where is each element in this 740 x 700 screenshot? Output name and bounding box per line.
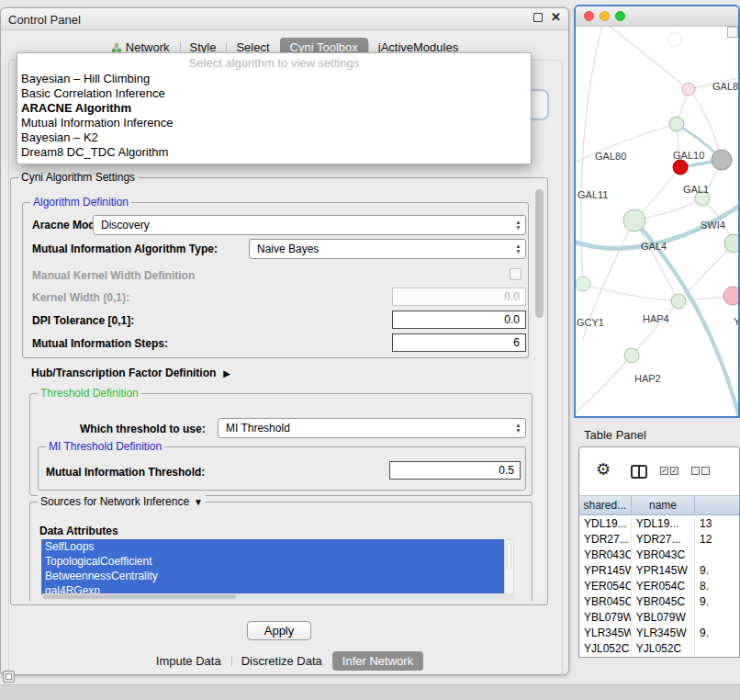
settings-scrollbar[interactable]: [533, 184, 545, 599]
hub-definition-expander[interactable]: Hub/Transcription Factor Definition▶: [31, 364, 230, 378]
table-row[interactable]: YPR145WYPR145W9.: [579, 563, 739, 579]
node-left-green[interactable]: [576, 277, 590, 291]
network-icon: [111, 42, 122, 53]
cell: 13: [695, 516, 739, 532]
popup-placeholder: Select algorithm to view settings: [17, 53, 531, 72]
unselect-all-columns-icon[interactable]: [691, 467, 710, 475]
gear-icon[interactable]: ⚙: [596, 460, 611, 479]
apply-button[interactable]: Apply: [247, 621, 311, 640]
attribute-item[interactable]: SelfLoops: [41, 539, 504, 554]
mi-threshold-label: Mutual Information Threshold:: [46, 466, 205, 479]
manual-kernel-label: Manual Kernel Width Definition: [32, 269, 195, 282]
algorithm-option[interactable]: Dream8 DC_TDC Algorithm: [17, 145, 531, 160]
tab-infer-network[interactable]: Infer Network: [332, 651, 423, 671]
close-traffic-light[interactable]: [584, 11, 594, 21]
mi-type-select[interactable]: Naive Bayes ▲▼: [249, 239, 526, 259]
attribute-item[interactable]: BetweennessCentrality: [41, 569, 504, 583]
mi-threshold-field[interactable]: 0.5: [389, 461, 521, 480]
node-label: GAL1: [683, 184, 709, 195]
attribute-list-scrollbar[interactable]: [504, 539, 514, 598]
float-window-icon[interactable]: [533, 13, 543, 22]
mi-steps-field[interactable]: 6: [392, 333, 526, 352]
control-panel-titlebar[interactable]: Control Panel ✕: [1, 8, 568, 30]
mi-threshold-group-title: MI Threshold Definition: [46, 440, 164, 453]
table-panel-window: ⚙ ✓ ✓ shared... name YDL19...YDL19...13 …: [578, 446, 740, 658]
column-header-shared-name[interactable]: shared...: [579, 496, 632, 514]
network-view-window: GAL8 GAL80 GAL10 GAL11 GAL1 SWI4 GAL4 GC…: [574, 5, 740, 418]
node-top-green[interactable]: [669, 117, 684, 131]
select-all-columns-icon[interactable]: ✓ ✓: [660, 467, 678, 475]
algorithm-option[interactable]: Mutual Information Inference: [17, 116, 531, 130]
node-gray-large[interactable]: [712, 150, 732, 170]
algorithm-dropdown-popup: Select algorithm to view settings Bayesi…: [17, 52, 532, 164]
settings-group-title: Cyni Algorithm Settings: [18, 171, 138, 184]
cell: YER054C: [579, 579, 632, 594]
which-threshold-label: Which threshold to use:: [80, 423, 206, 435]
minimize-traffic-light[interactable]: [600, 11, 610, 21]
network-titlebar[interactable]: [576, 6, 738, 27]
aracne-mode-value: Discovery: [94, 219, 511, 231]
algorithm-option[interactable]: Bayesian – Hill Climbing: [17, 72, 531, 86]
node-hap4[interactable]: [671, 294, 686, 309]
node-label: HAP2: [634, 373, 661, 384]
node-gal4[interactable]: [623, 209, 645, 231]
algorithm-option[interactable]: Bayesian – K2: [17, 130, 531, 145]
node-hap2[interactable]: [624, 348, 639, 363]
attribute-item[interactable]: TopologicalCoefficient: [41, 554, 504, 569]
table-row[interactable]: YBR043CYBR043C: [579, 548, 739, 563]
kernel-width-field[interactable]: 0.0: [392, 288, 526, 306]
cyni-algorithm-settings-group: Cyni Algorithm Settings Algorithm Defini…: [10, 177, 548, 605]
attribute-list-hscrollbar[interactable]: [41, 593, 514, 600]
cell: 12: [695, 532, 739, 548]
data-attributes-label: Data Attributes: [39, 525, 118, 537]
cell: YDL19...: [579, 516, 632, 532]
cell: YDL19...: [632, 516, 695, 532]
column-header-cut[interactable]: [695, 496, 739, 514]
table-body: YDL19...YDL19...13 YDR27...YDR27...12 YB…: [579, 516, 739, 657]
cell: YLR345W: [632, 626, 695, 641]
column-header-name[interactable]: name: [632, 496, 695, 514]
cell: YLR345W: [579, 626, 632, 641]
table-row[interactable]: YBL079WYBL079W: [579, 610, 739, 626]
columns-icon[interactable]: [631, 465, 647, 479]
tab-discretize-data[interactable]: Discretize Data: [231, 651, 332, 671]
node-top-pink[interactable]: [682, 83, 695, 96]
cell: YBL079W: [632, 610, 695, 626]
threshold-definition-group: Threshold Definition Which threshold to …: [29, 393, 533, 496]
table-header-row: shared... name: [579, 495, 739, 515]
bottom-dock-strip: [0, 684, 740, 700]
algorithm-definition-title: Algorithm Definition: [30, 196, 131, 209]
table-row[interactable]: YER054CYER054C8.: [579, 579, 739, 594]
table-row[interactable]: YJL052CYJL052C: [579, 641, 739, 657]
collapse-arrow-icon[interactable]: ▼: [194, 497, 203, 507]
node-label: GAL11: [577, 189, 608, 200]
node-faint-outline[interactable]: [667, 32, 682, 47]
manual-kernel-checkbox[interactable]: [510, 268, 521, 280]
table-row[interactable]: YBR045CYBR045C9.: [579, 594, 739, 610]
algorithm-option-selected[interactable]: ARACNE Algorithm: [17, 101, 531, 116]
dpi-tolerance-field[interactable]: 0.0: [392, 310, 526, 329]
table-row[interactable]: YDR27...YDR27...12: [579, 532, 739, 548]
bottom-tab-bar: Impute Data Discretize Data Infer Networ…: [1, 650, 568, 671]
mi-threshold-group: MI Threshold Definition Mutual Informati…: [38, 446, 526, 491]
mi-type-value: Naive Bayes: [250, 243, 511, 255]
cell: YBR045C: [632, 594, 695, 610]
node-right-pink[interactable]: [723, 287, 738, 305]
expand-arrow-icon: ▶: [223, 368, 230, 378]
aracne-mode-select[interactable]: Discovery ▲▼: [93, 215, 526, 235]
close-icon[interactable]: ✕: [551, 13, 561, 22]
checked-box-icon: ✓: [660, 467, 668, 475]
which-threshold-select[interactable]: MI Threshold ▲▼: [218, 418, 526, 438]
node-red[interactable]: [673, 160, 688, 175]
scrollbar-corner[interactable]: [727, 27, 738, 38]
sources-group-title: Sources for Network Inference: [40, 495, 189, 508]
table-row[interactable]: YDL19...YDL19...13: [579, 516, 739, 532]
tab-label: Infer Network: [342, 654, 413, 668]
node-right-green[interactable]: [724, 234, 738, 253]
algorithm-option[interactable]: Basic Correlation Inference: [17, 86, 531, 101]
tab-impute-data[interactable]: Impute Data: [146, 651, 231, 671]
cell: YDR27...: [579, 532, 632, 548]
minimized-window-icon[interactable]: [3, 671, 15, 683]
zoom-traffic-light[interactable]: [615, 11, 625, 21]
table-row[interactable]: YLR345WYLR345W9.: [579, 626, 739, 641]
